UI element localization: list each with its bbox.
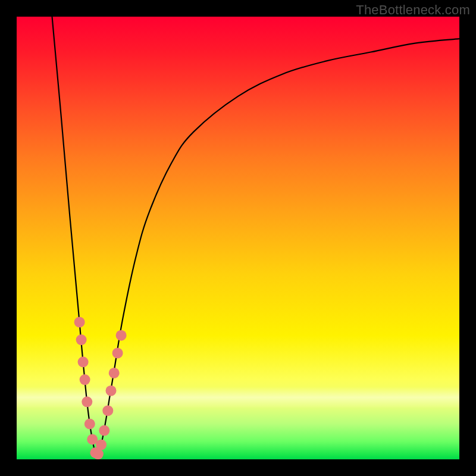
plot-area	[17, 17, 459, 459]
outer-frame: TheBottleneck.com	[0, 0, 476, 476]
watermark-text: TheBottleneck.com	[356, 2, 470, 18]
pale-band	[17, 387, 459, 408]
